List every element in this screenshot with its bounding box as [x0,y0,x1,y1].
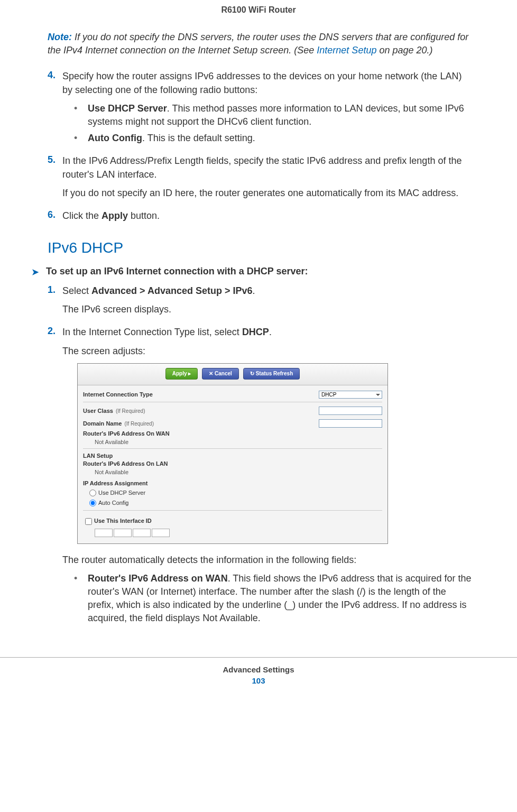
conn-type-select[interactable] [319,391,382,399]
wan-addr-value: Not Available [83,438,382,446]
user-class-hint: (If Required) [116,408,145,414]
step-4-number: 4. [48,70,62,150]
panel-body: Internet Connection Type User Class (If … [78,385,387,543]
panel-divider-2 [83,510,382,511]
step-5-p1: In the IPv6 Address/Prefix Length fields… [62,154,472,181]
conn-type-label: Internet Connection Type [83,391,153,399]
step-4-b2-rest: . This is the default setting. [142,133,255,143]
use-interface-label: Use This Interface ID [94,517,152,525]
step-b1-a: Select [62,285,91,296]
step-6-a: Click the [62,210,101,221]
router-config-panel: Apply ▸ ✕ Cancel ↻ Status Refresh Intern… [77,363,388,544]
conn-type-select-wrap [319,391,382,399]
task-heading: ➤To set up an IPv6 Internet connection w… [32,266,472,277]
interface-id-1[interactable] [95,529,113,537]
step-b2-b: . [269,327,272,337]
radio-use-dhcp[interactable] [89,490,96,496]
lan-addr-value: Not Available [83,468,382,476]
after-panel-intro: The router automatically detects the inf… [62,553,472,567]
interface-id-4[interactable] [152,529,170,537]
step-4-b2-bold: Auto Config [88,133,142,143]
domain-name-label: Domain Name [83,420,122,427]
after-panel-b1-bold: Router's IPv6 Address on WAN [88,573,228,584]
panel-toolbar: Apply ▸ ✕ Cancel ↻ Status Refresh [78,364,387,385]
internet-setup-link[interactable]: Internet Setup [317,45,376,56]
note-block: Note: If you do not specify the DNS serv… [48,31,472,57]
step-b2-p2: The screen adjusts: [62,345,472,358]
ipv6-dhcp-heading: IPv6 DHCP [48,239,472,256]
domain-name-hint: (If Required) [124,421,154,427]
step-4-bullet-2: Auto Config. This is the default setting… [74,132,472,145]
radio-auto-row: Auto Config [83,498,382,508]
step-4-b1-bold: Use DHCP Server [88,103,167,114]
use-interface-row: Use This Interface ID [83,513,382,527]
page-number: 103 [0,676,517,685]
step-6-b: button. [128,210,160,221]
step-5: 5. In the IPv6 Address/Prefix Length fie… [32,154,472,205]
step-b2-number: 2. [48,326,62,630]
note-label: Note: [48,32,72,42]
radio-auto-config[interactable] [89,500,96,506]
interface-id-3[interactable] [133,529,151,537]
step-b1-p1: Select Advanced > Advanced Setup > IPv6. [62,284,472,298]
radio-use-dhcp-label: Use DHCP Server [98,489,145,497]
task-arrow-icon: ➤ [32,267,39,277]
page-footer: Advanced Settings 103 [0,657,517,693]
step-6: 6. Click the Apply button. [32,209,472,228]
footer-title: Advanced Settings [0,665,517,674]
wan-addr-label: Router's IPv6 Address On WAN [83,430,382,438]
interface-id-fields [83,529,382,537]
step-b1-number: 1. [48,284,62,321]
lan-setup-label: LAN Setup [83,452,382,460]
step-b1-b: . [252,285,255,296]
step-5-p2: If you do not specify an ID here, the ro… [62,187,472,200]
after-panel-bullet-1: Router's IPv6 Address on WAN. This field… [74,572,472,625]
step-4-intro: Specify how the router assigns IPv6 addr… [62,70,472,96]
step-4-bullet-1: Use DHCP Server. This method passes more… [74,102,472,128]
lan-addr-label: Router's IPv6 Address On LAN [83,460,382,468]
page-content: Note: If you do not specify the DNS serv… [0,31,517,631]
step-b1-p2: The IPv6 screen displays. [62,303,472,316]
use-interface-checkbox[interactable] [85,518,92,525]
user-class-label: User Class [83,408,113,414]
conn-type-row: Internet Connection Type [83,389,382,402]
page-header: R6100 WiFi Router [0,0,517,31]
task-text: To set up an IPv6 Internet connection wi… [46,266,308,276]
status-refresh-button[interactable]: ↻ Status Refresh [243,368,300,380]
note-text-2: on page 20.) [376,45,432,56]
step-6-number: 6. [48,209,62,228]
step-6-bold: Apply [101,210,128,221]
step-4: 4. Specify how the router assigns IPv6 a… [32,70,472,150]
step-6-p1: Click the Apply button. [62,209,472,223]
panel-divider-1 [83,448,382,449]
step-b1-bold: Advanced > Advanced Setup > IPv6 [91,285,252,296]
user-class-input[interactable] [319,407,382,415]
apply-button[interactable]: Apply ▸ [165,368,198,380]
user-class-row: User Class (If Required) [83,404,382,417]
step-b2-p1: In the Internet Connection Type list, se… [62,326,472,339]
cancel-button[interactable]: ✕ Cancel [202,368,239,380]
step-b2: 2. In the Internet Connection Type list,… [32,326,472,630]
radio-dhcp-row: Use DHCP Server [83,488,382,498]
step-b1: 1. Select Advanced > Advanced Setup > IP… [32,284,472,321]
ip-assignment-label: IP Address Assignment [83,479,382,487]
step-5-number: 5. [48,154,62,205]
step-b2-a: In the Internet Connection Type list, se… [62,327,242,337]
domain-name-input[interactable] [319,419,382,428]
domain-name-row: Domain Name (If Required) [83,417,382,430]
step-b2-bold: DHCP [242,327,269,337]
interface-id-2[interactable] [114,529,132,537]
radio-auto-config-label: Auto Config [98,499,128,507]
